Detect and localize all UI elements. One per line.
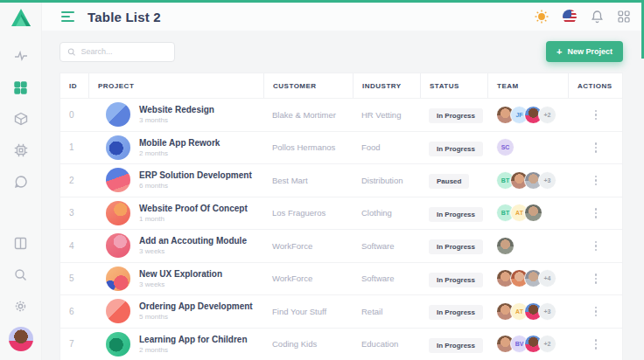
row-actions-menu-icon[interactable] — [592, 107, 601, 124]
status-cell: In Progress — [420, 270, 487, 287]
sidebar-item-settings[interactable] — [0, 290, 42, 322]
status-cell: In Progress — [420, 139, 487, 156]
project-name: Ordering App Development — [139, 301, 253, 311]
sidebar-item-chat[interactable] — [0, 166, 42, 197]
sidebar — [0, 0, 42, 360]
column-header-industry[interactable]: INDUSTRY — [353, 73, 420, 98]
status-cell: In Progress — [420, 204, 487, 222]
column-header-customer[interactable]: CUSTOMER — [263, 73, 353, 98]
search-box[interactable] — [60, 42, 175, 62]
menu-toggle-icon[interactable] — [61, 11, 75, 22]
customer-cell: Blake & Mortimer — [263, 110, 353, 120]
project-icon — [106, 102, 130, 127]
project-cell: Mobile App Rework2 months — [88, 135, 263, 160]
sidebar-item-activity[interactable] — [0, 40, 42, 72]
project-text: Ordering App Development5 months — [139, 301, 253, 321]
row-actions-menu-icon[interactable] — [592, 336, 601, 353]
package-box-icon — [14, 112, 28, 126]
project-duration: 3 weeks — [139, 280, 222, 288]
row-actions-menu-icon[interactable] — [592, 139, 601, 156]
actions-cell — [568, 303, 622, 321]
actions-cell — [568, 204, 622, 222]
app-logo-icon[interactable] — [10, 7, 32, 28]
project-name: ERP Solution Development — [139, 170, 252, 180]
project-text: Website Redesign3 months — [139, 105, 214, 124]
team-avatar — [524, 204, 542, 222]
language-flag-icon[interactable] — [563, 10, 577, 24]
project-cell: Learning App for Children2 months — [88, 332, 263, 357]
team-avatar — [496, 237, 514, 255]
customer-cell: Pollos Hermanos — [263, 142, 353, 152]
table-row[interactable]: 0Website Redesign3 monthsBlake & Mortime… — [60, 98, 622, 131]
project-icon — [106, 233, 130, 258]
project-name: Add an Accouting Module — [139, 236, 247, 246]
table-row[interactable]: 5New UX Exploration3 weeksWorkForceSoftw… — [60, 262, 622, 295]
project-duration: 2 months — [139, 149, 220, 157]
actions-cell — [568, 238, 622, 255]
column-header-project[interactable]: PROJECT — [88, 73, 263, 98]
new-project-button[interactable]: + New Project — [546, 41, 623, 62]
project-text: New UX Exploration3 weeks — [139, 269, 222, 288]
industry-cell: Software — [353, 241, 420, 251]
table-row[interactable]: 3Website Proof Of Concept1 monthLos Frag… — [60, 197, 622, 230]
row-actions-menu-icon[interactable] — [592, 238, 601, 255]
project-icon — [106, 201, 130, 225]
status-badge: Paused — [429, 174, 469, 189]
customer-cell: Coding Kids — [263, 339, 353, 349]
row-id: 3 — [60, 208, 88, 218]
status-badge: In Progress — [429, 207, 483, 222]
status-cell: Paused — [420, 171, 487, 189]
table-row[interactable]: 1Mobile App Rework2 monthsPollos Hermano… — [60, 131, 622, 164]
row-actions-menu-icon[interactable] — [592, 172, 601, 190]
column-header-id[interactable]: ID — [60, 73, 88, 98]
row-id: 2 — [60, 176, 88, 185]
team-avatar-initials: SC — [496, 138, 514, 156]
plus-icon: + — [556, 47, 562, 57]
industry-cell: Retail — [353, 307, 420, 316]
status-cell: In Progress — [420, 302, 487, 320]
team-cell: +4 — [487, 269, 568, 287]
column-header-actions[interactable]: ACTIONS — [568, 73, 622, 98]
row-actions-menu-icon[interactable] — [592, 270, 601, 287]
status-badge: In Progress — [429, 239, 483, 254]
sidebar-item-layout[interactable] — [0, 227, 42, 259]
search-input[interactable] — [81, 47, 168, 56]
row-actions-menu-icon[interactable] — [592, 303, 601, 321]
team-cell: BT+3 — [487, 171, 568, 190]
theme-sun-icon[interactable] — [535, 10, 549, 24]
project-cell: Website Proof Of Concept1 month — [88, 201, 263, 225]
table-row[interactable]: 6Ordering App Development5 monthsFind Yo… — [60, 294, 622, 328]
sidebar-item-components[interactable] — [0, 135, 42, 166]
page-title: Table List 2 — [88, 10, 161, 24]
team-avatar-more: +4 — [538, 269, 556, 287]
table-row[interactable]: 2ERP Solution Development6 monthsBest Ma… — [60, 163, 622, 197]
status-cell: In Progress — [420, 237, 487, 254]
row-actions-menu-icon[interactable] — [592, 204, 601, 222]
sidebar-item-packages[interactable] — [0, 103, 42, 135]
project-icon — [106, 168, 130, 192]
status-badge: In Progress — [429, 142, 483, 156]
apps-grid-icon[interactable] — [618, 10, 630, 23]
new-project-label: New Project — [567, 47, 612, 56]
notifications-bell-icon[interactable] — [591, 10, 604, 24]
user-avatar[interactable] — [9, 327, 33, 351]
actions-cell — [568, 336, 622, 353]
sidebar-item-dashboard[interactable] — [0, 72, 42, 103]
projects-table: IDPROJECTCUSTOMERINDUSTRYSTATUSTEAMACTIO… — [60, 73, 623, 360]
actions-cell — [568, 107, 622, 124]
table-row[interactable]: 4Add an Accouting Module3 weeksWorkForce… — [60, 229, 622, 262]
team-cell: SC — [487, 138, 568, 156]
customer-cell: Los Fragueros — [263, 208, 353, 218]
row-id: 1 — [60, 142, 88, 152]
column-header-team[interactable]: TEAM — [487, 73, 568, 98]
customer-cell: Best Mart — [263, 176, 353, 185]
project-duration: 3 months — [139, 116, 214, 124]
chat-bubble-icon — [14, 175, 28, 189]
customer-cell: WorkForce — [263, 273, 353, 283]
column-header-status[interactable]: STATUS — [420, 73, 487, 98]
sidebar-item-search[interactable] — [0, 259, 42, 290]
row-id: 6 — [60, 307, 88, 316]
status-cell: In Progress — [420, 336, 487, 353]
app-header: Table List 2 — [42, 3, 644, 31]
table-row[interactable]: 7Learning App for Children2 monthsCoding… — [60, 328, 622, 360]
